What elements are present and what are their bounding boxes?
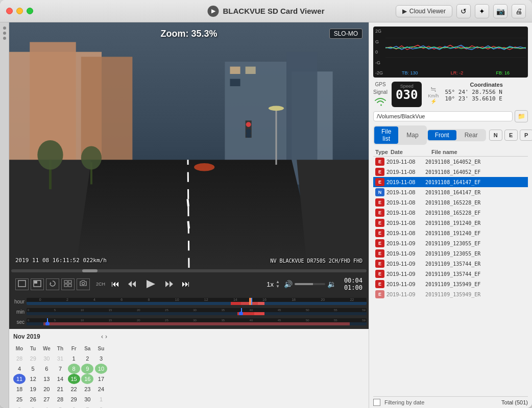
tab-front[interactable]: Front [428, 130, 456, 140]
volume-slider[interactable] [295, 283, 325, 285]
path-input[interactable] [373, 111, 513, 121]
filter-date-checkbox[interactable] [373, 399, 380, 406]
cal-day[interactable]: 31 [54, 353, 66, 364]
filter-p-button[interactable]: P [520, 130, 532, 141]
cal-day[interactable]: 3 [27, 404, 39, 408]
camera-button[interactable]: 📷 [493, 4, 507, 18]
cal-day-8[interactable]: 8 [68, 364, 80, 374]
cal-day[interactable]: 13 [40, 374, 53, 384]
cloud-viewer-button[interactable]: ▶ Cloud Viewer [396, 5, 452, 17]
cal-day[interactable]: 6 [40, 364, 53, 374]
file-row[interactable]: E 2019-11-09 20191109_135949_ER [373, 289, 528, 299]
print-button[interactable]: 🖨 [512, 4, 526, 18]
skip-back-button[interactable]: ⏮ [109, 278, 122, 290]
cal-day[interactable]: 2 [81, 353, 93, 364]
timeline-min-track[interactable]: 0 5 10 15 20 25 30 35 40 45 50 [27, 308, 367, 315]
cal-day-10[interactable]: 10 [95, 364, 107, 374]
calendar-next-button[interactable]: › [105, 333, 107, 340]
cal-day[interactable]: 6 [68, 404, 80, 408]
video-scrollbar[interactable] [9, 268, 369, 274]
timeline-hour-track[interactable]: 0 2 4 6 8 10 12 14 16 18 20 [27, 298, 367, 305]
file-row[interactable]: E 2019-11-08 20191108_164052_ER [373, 157, 528, 167]
close-button[interactable] [6, 8, 13, 14]
cal-day[interactable]: 26 [27, 394, 39, 404]
accel-label-ng: -G [375, 60, 383, 65]
minimize-button[interactable] [16, 8, 23, 14]
cal-day-9[interactable]: 9 [81, 364, 93, 374]
screenshot-btn[interactable] [77, 278, 90, 290]
cal-day[interactable]: 17 [95, 374, 107, 384]
skip-fwd-button[interactable]: ⏭ [180, 278, 192, 290]
browse-button[interactable]: 📁 [515, 110, 528, 122]
cal-day[interactable]: 1 [95, 394, 107, 404]
view-single-btn[interactable] [15, 278, 29, 290]
file-row[interactable]: E 2019-11-08 20191108_165228_EF [373, 208, 528, 218]
cal-day[interactable]: 23 [81, 384, 93, 394]
file-row-selected[interactable]: E 2019-11-08 20191108_164147_EF [373, 177, 528, 187]
tab-map[interactable]: Map [399, 126, 425, 144]
file-panel: 📁 File list Map Front [369, 107, 532, 408]
cal-day[interactable]: 27 [40, 394, 53, 404]
step-back-button[interactable] [126, 279, 139, 289]
maximize-button[interactable] [27, 8, 33, 14]
scrollbar-thumb[interactable] [82, 269, 98, 272]
cal-day[interactable]: 29 [68, 394, 80, 404]
gps-signal-label: GPS [375, 82, 385, 87]
filter-e-button[interactable]: E [504, 130, 518, 141]
cal-day-11[interactable]: 11 [13, 374, 26, 384]
cal-day[interactable]: 7 [54, 364, 66, 374]
file-row[interactable]: E 2019-11-08 20191108_191240_EF [373, 228, 528, 238]
scrollbar-track[interactable] [11, 269, 367, 272]
cal-day[interactable]: 18 [13, 384, 26, 394]
compass-button[interactable]: ✦ [475, 4, 489, 18]
speed-arrows[interactable]: ▲ ▼ [276, 279, 280, 289]
cal-day[interactable]: 3 [95, 353, 107, 364]
cal-day[interactable]: 30 [40, 353, 53, 364]
cal-day[interactable]: 7 [81, 404, 93, 408]
calendar-prev-button[interactable]: ‹ [101, 333, 103, 340]
cal-day[interactable]: 25 [13, 394, 26, 404]
view-pip-btn[interactable] [31, 278, 44, 290]
cal-day[interactable]: 29 [27, 353, 39, 364]
file-row[interactable]: E 2019-11-08 20191108_164052_EF [373, 167, 528, 177]
speed-down-arrow[interactable]: ▼ [276, 284, 280, 289]
cal-day[interactable]: 8 [95, 404, 107, 408]
cal-day-15[interactable]: 15 [68, 374, 80, 384]
timeline-sec-track[interactable]: 0 5 10 15 20 25 30 35 40 45 50 [27, 318, 367, 325]
cal-day[interactable]: 28 [54, 394, 66, 404]
file-row[interactable]: E 2019-11-09 20191109_123055_ER [373, 248, 528, 259]
view-grid-btn[interactable] [61, 278, 75, 290]
file-row[interactable]: E 2019-11-08 20191108_165228_ER [373, 197, 528, 208]
filter-n-button[interactable]: N [489, 130, 502, 141]
cal-day[interactable]: 24 [95, 384, 107, 394]
tab-filelist[interactable]: File list [374, 126, 398, 144]
cal-day-16[interactable]: 16 [81, 374, 93, 384]
cal-day[interactable]: 30 [81, 394, 93, 404]
tab-rear[interactable]: Rear [457, 130, 485, 140]
file-row[interactable]: E 2019-11-09 20191109_135744_EF [373, 269, 528, 279]
cal-day[interactable]: 4 [40, 404, 53, 408]
cal-day[interactable]: 21 [54, 384, 66, 394]
cal-day[interactable]: 4 [13, 364, 26, 374]
speed-up-arrow[interactable]: ▲ [276, 279, 280, 284]
file-row[interactable]: E 2019-11-09 20191109_135949_EF [373, 279, 528, 289]
cal-day[interactable]: 28 [13, 353, 26, 364]
cal-day[interactable]: 19 [27, 384, 39, 394]
cal-day[interactable]: 20 [40, 384, 53, 394]
cal-day[interactable]: 22 [68, 384, 80, 394]
cal-day[interactable]: 5 [27, 364, 39, 374]
cal-day[interactable]: 5 [54, 404, 66, 408]
cal-day[interactable]: 12 [27, 374, 39, 384]
cal-day[interactable]: 2 [13, 404, 26, 408]
file-row[interactable]: N 2019-11-08 20191108_164147_ER [373, 187, 528, 197]
play-button[interactable] [143, 278, 158, 290]
refresh-button[interactable]: ↺ [456, 4, 471, 18]
cal-day[interactable]: 1 [68, 353, 80, 364]
cal-day[interactable]: 14 [54, 374, 66, 384]
step-fwd-button[interactable] [162, 279, 176, 289]
file-row[interactable]: E 2019-11-09 20191109_135744_ER [373, 259, 528, 269]
file-row[interactable]: E 2019-11-09 20191109_123055_EF [373, 238, 528, 248]
fb-label: FB: 16 [496, 70, 510, 75]
view-rotate-btn[interactable] [46, 278, 59, 290]
file-row[interactable]: E 2019-11-08 20191108_191240_ER [373, 218, 528, 228]
